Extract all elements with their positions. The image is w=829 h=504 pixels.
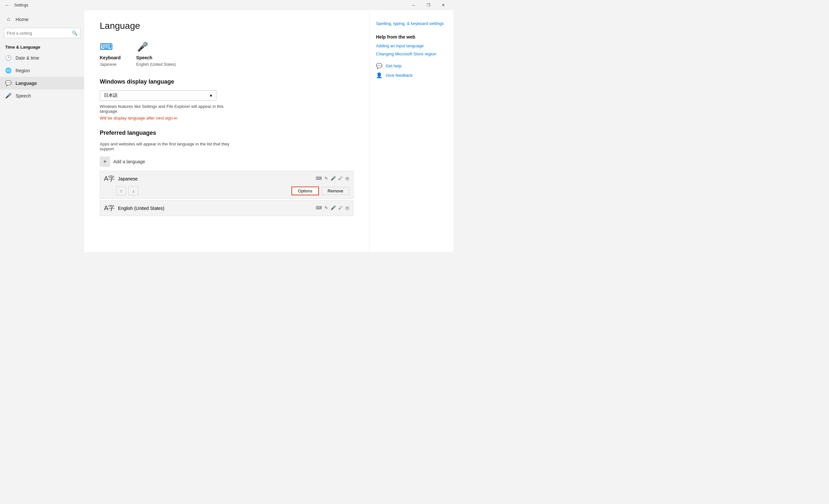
- japanese-move-down-button[interactable]: ↓: [129, 186, 138, 195]
- display-lang-heading: Windows display language: [100, 78, 354, 85]
- japanese-lang-actions: ↑ ↓ Options Remove: [104, 186, 350, 195]
- lang-row-top-english: A字 English (United States) ⌨ ✎ 🎤 🖊 ㉄: [104, 204, 350, 213]
- display-lang-warning: Will be display language after next sign…: [100, 116, 354, 120]
- keyboard-sub: Japanese: [100, 62, 116, 67]
- sidebar-item-region[interactable]: 🌐 Region: [0, 64, 84, 77]
- add-language-plus-icon: +: [100, 156, 110, 167]
- right-panel: Spelling, typing, & keyboard settings He…: [369, 10, 454, 252]
- display-lang-dropdown[interactable]: 日本語 ▾: [100, 91, 216, 101]
- display-lang-value: 日本語: [104, 93, 117, 99]
- speech-shortcut[interactable]: 🎤 Speech English (United States): [136, 40, 176, 67]
- give-feedback-link[interactable]: 👤 Give feedback: [376, 72, 447, 78]
- search-input[interactable]: [7, 31, 70, 36]
- search-wrap: 🔍: [0, 25, 84, 42]
- sidebar-home-button[interactable]: ⌂ Home: [0, 13, 84, 25]
- en-cap-text-icon: ㉄: [345, 205, 350, 211]
- keyboard-label: Keyboard: [100, 55, 121, 60]
- preferred-desc: Apps and websites will appear in the fir…: [100, 142, 236, 151]
- search-box[interactable]: 🔍: [4, 28, 80, 38]
- home-label: Home: [15, 16, 29, 22]
- give-feedback-icon: 👤: [376, 72, 383, 78]
- display-lang-description: Windows features like Settings and File …: [100, 104, 236, 114]
- titlebar: ← Settings ─ ❐ ✕: [0, 0, 454, 10]
- en-cap-input-icon: ⌨: [316, 205, 322, 211]
- back-button[interactable]: ←: [3, 1, 12, 10]
- app-body: ⌂ Home 🔍 Time & Language 🕐 Date & time 🌐…: [0, 10, 454, 252]
- en-cap-speech-icon: 🎤: [331, 205, 336, 211]
- language-row-english: A字 English (United States) ⌨ ✎ 🎤 🖊 ㉄: [100, 200, 354, 216]
- add-language-button[interactable]: + Add a language: [100, 156, 354, 167]
- cap-display-icon: 🖊: [338, 176, 343, 182]
- home-icon: ⌂: [5, 16, 12, 22]
- english-lang-caps: ⌨ ✎ 🎤 🖊 ㉄: [316, 205, 350, 211]
- cap-text-icon: ㉄: [345, 176, 350, 182]
- help-section-title: Help from the web: [376, 34, 447, 39]
- speech-icon: 🎤: [5, 93, 12, 99]
- close-button[interactable]: ✕: [436, 0, 451, 10]
- preferred-heading: Preferred languages: [100, 130, 354, 136]
- page-title: Language: [100, 21, 354, 31]
- sidebar: ⌂ Home 🔍 Time & Language 🕐 Date & time 🌐…: [0, 10, 84, 252]
- sidebar-item-date-time-label: Date & time: [15, 56, 39, 61]
- japanese-lang-name: Japanese: [118, 176, 313, 181]
- sidebar-item-speech-label: Speech: [15, 93, 31, 99]
- keyboard-shortcut[interactable]: ⌨ Keyboard Japanese: [100, 40, 121, 67]
- cap-speech-icon: 🎤: [331, 176, 336, 182]
- minimize-button[interactable]: ─: [406, 0, 421, 10]
- en-cap-handwriting-icon: ✎: [324, 205, 328, 211]
- lang-row-top-japanese: A字 Japanese ⌨ ✎ 🎤 🖊 ㉄: [104, 174, 350, 183]
- search-icon: 🔍: [72, 30, 77, 36]
- dropdown-chevron-icon: ▾: [210, 93, 212, 98]
- adding-input-language-link[interactable]: Adding an input language: [376, 43, 447, 48]
- speech-shortcut-icon: 🎤: [136, 40, 149, 53]
- changing-store-region-link[interactable]: Changing Microsoft Store region: [376, 51, 447, 57]
- add-language-label: Add a language: [113, 159, 145, 164]
- sidebar-item-speech[interactable]: 🎤 Speech: [0, 89, 84, 102]
- english-lang-icon: A字: [104, 204, 115, 213]
- japanese-options-button[interactable]: Options: [291, 187, 319, 195]
- cap-input-icon: ⌨: [316, 176, 322, 182]
- get-help-label: Get help: [386, 64, 402, 68]
- titlebar-title: Settings: [14, 3, 28, 7]
- cap-handwriting-icon: ✎: [324, 176, 328, 182]
- date-time-icon: 🕐: [5, 55, 12, 61]
- en-cap-display-icon: 🖊: [338, 205, 343, 211]
- english-lang-name: English (United States): [118, 206, 313, 211]
- spelling-typing-link[interactable]: Spelling, typing, & keyboard settings: [376, 21, 447, 27]
- get-help-icon: 💬: [376, 63, 383, 69]
- back-icon: ←: [5, 3, 9, 8]
- speech-shortcut-sub: English (United States): [136, 62, 176, 67]
- sidebar-item-language-label: Language: [15, 81, 37, 86]
- maximize-button[interactable]: ❐: [421, 0, 436, 10]
- sidebar-item-date-time[interactable]: 🕐 Date & time: [0, 51, 84, 64]
- language-icon: 💬: [5, 80, 12, 86]
- get-help-link[interactable]: 💬 Get help: [376, 63, 447, 69]
- preferred-languages-section: Preferred languages Apps and websites wi…: [100, 130, 354, 216]
- sidebar-item-language[interactable]: 💬 Language: [0, 77, 84, 89]
- sidebar-item-region-label: Region: [15, 68, 30, 73]
- language-row-japanese: A字 Japanese ⌨ ✎ 🎤 🖊 ㉄ ↑ ↓ Options Remove: [100, 171, 354, 199]
- sidebar-section-title: Time & Language: [0, 42, 84, 51]
- give-feedback-label: Give feedback: [386, 73, 412, 78]
- main-content: Language ⌨ Keyboard Japanese 🎤 Speech En…: [84, 10, 369, 252]
- region-icon: 🌐: [5, 67, 12, 74]
- speech-shortcut-label: Speech: [136, 55, 152, 60]
- japanese-move-up-button[interactable]: ↑: [116, 186, 126, 195]
- window-controls: ─ ❐ ✕: [406, 0, 451, 10]
- section-icons: ⌨ Keyboard Japanese 🎤 Speech English (Un…: [100, 40, 354, 67]
- keyboard-icon: ⌨: [100, 40, 113, 53]
- japanese-lang-caps: ⌨ ✎ 🎤 🖊 ㉄: [316, 176, 350, 182]
- japanese-lang-icon: A字: [104, 174, 115, 183]
- japanese-remove-button[interactable]: Remove: [322, 187, 350, 195]
